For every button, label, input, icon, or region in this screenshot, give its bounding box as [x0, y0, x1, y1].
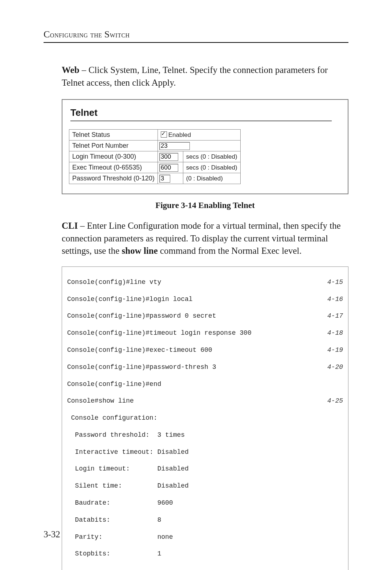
- web-rest: – Click System, Line, Telnet. Specify th…: [62, 65, 328, 87]
- cli-ref: 4-19: [320, 346, 343, 354]
- cli-mid2: command from the Normal Exec level.: [158, 246, 302, 256]
- web-lead: Web: [62, 65, 79, 75]
- telnet-port-cell: [158, 141, 240, 151]
- exec-timeout-label: Exec Timeout (0-65535): [69, 162, 158, 173]
- login-timeout-input[interactable]: [159, 153, 178, 161]
- table-row: Password Threshold (0-120) (0 : Disabled…: [69, 173, 241, 184]
- table-row: Login Timeout (0-300) secs (0 : Disabled…: [69, 151, 241, 162]
- cli-ref: 4-18: [320, 329, 343, 337]
- login-timeout-note: secs (0 : Disabled): [183, 151, 240, 162]
- cli-ref: 4-20: [320, 363, 343, 371]
- table-row: Exec Timeout (0-65535) secs (0 : Disable…: [69, 162, 241, 173]
- cli-paragraph: CLI – Enter Line Configuration mode for …: [62, 220, 348, 257]
- figure-caption: Figure 3-14 Enabling Telnet: [44, 201, 367, 210]
- login-timeout-label: Login Timeout (0-300): [69, 151, 158, 162]
- header-rule: [44, 42, 348, 43]
- enabled-checkbox[interactable]: [161, 131, 167, 138]
- cli-line: Console(config-line)#end: [67, 380, 161, 388]
- table-row: Telnet Port Number: [69, 141, 241, 151]
- cli-ref: 4-16: [320, 295, 343, 304]
- exec-timeout-cell: [158, 162, 183, 173]
- cli-line: Console(config-line)#exec-timeout 600: [67, 346, 212, 354]
- cli-line: Databits: 8: [67, 516, 161, 524]
- cli-line: Console(config-line)#login local: [67, 295, 193, 304]
- running-header: Configuring the Switch: [44, 29, 348, 40]
- exec-timeout-input[interactable]: [159, 164, 178, 172]
- login-timeout-cell: [158, 151, 183, 162]
- cli-ref: 4-25: [320, 397, 343, 405]
- cli-line: Console(config-line)#password 0 secret: [67, 312, 216, 320]
- telnet-status-label: Telnet Status: [69, 130, 158, 141]
- cli-line: Interactive timeout: Disabled: [67, 448, 189, 456]
- cli-line: Parity: none: [67, 533, 173, 541]
- password-threshold-input[interactable]: [159, 175, 170, 183]
- table-row: Telnet Status Enabled: [69, 130, 241, 141]
- password-threshold-cell: [158, 173, 183, 184]
- cli-line: Password threshold: 3 times: [67, 431, 185, 439]
- telnet-settings-table: Telnet Status Enabled Telnet Port Number…: [69, 129, 241, 184]
- cli-line: Console(config)#line vty: [67, 278, 161, 286]
- enabled-label: Enabled: [168, 131, 191, 138]
- cli-listing: Console(config)#line vty4-15 Console(con…: [62, 266, 348, 570]
- cli-line: Console#show line: [67, 397, 134, 405]
- exec-timeout-note: secs (0 : Disabled): [183, 162, 240, 173]
- password-threshold-label: Password Threshold (0-120): [69, 173, 158, 184]
- telnet-title: Telnet: [70, 107, 348, 118]
- cli-line: Baudrate: 9600: [67, 499, 173, 507]
- cli-line: Login timeout: Disabled: [67, 465, 189, 473]
- telnet-status-cell: Enabled: [158, 130, 240, 141]
- telnet-port-label: Telnet Port Number: [69, 141, 158, 151]
- cli-line: Silent time: Disabled: [67, 482, 189, 490]
- web-paragraph: Web – Click System, Line, Telnet. Specif…: [62, 64, 348, 89]
- telnet-rule: [70, 121, 332, 121]
- cli-bold: show line: [122, 246, 158, 256]
- cli-line: Stopbits: 1: [67, 550, 161, 558]
- cli-line: Console configuration:: [67, 414, 157, 422]
- cli-line: Console(config-line)#password-thresh 3: [67, 363, 216, 371]
- cli-lead: CLI: [62, 221, 78, 231]
- telnet-screenshot: Telnet Telnet Status Enabled Telnet Port…: [62, 99, 348, 194]
- telnet-port-input[interactable]: [159, 142, 190, 150]
- password-threshold-note: (0 : Disabled): [183, 173, 240, 184]
- cli-ref: 4-15: [320, 278, 343, 286]
- page-number: 3-32: [44, 529, 60, 540]
- cli-ref: 4-17: [320, 312, 343, 320]
- cli-line: Console(config-line)#timeout login respo…: [67, 329, 252, 337]
